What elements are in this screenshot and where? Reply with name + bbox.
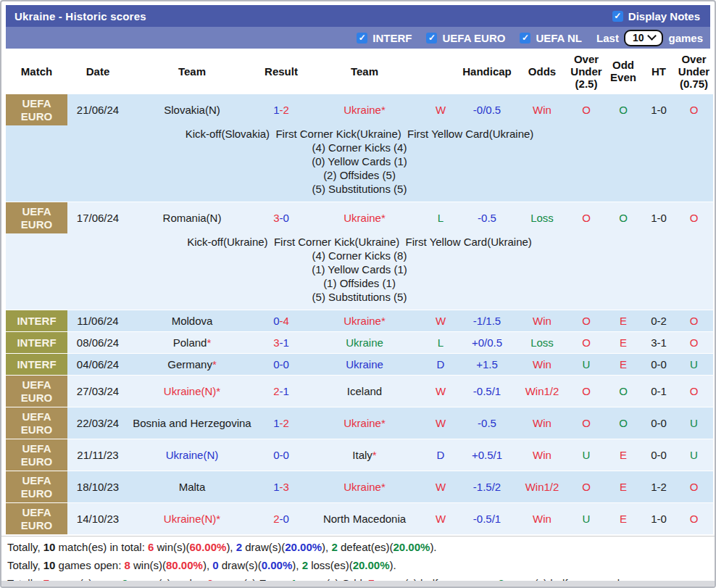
filter-uefa-euro-label: UEFA EURO <box>442 32 505 44</box>
match-date: 22/03/24 <box>67 407 128 439</box>
match-row[interactable]: INTERF11/06/24Moldova0-4Ukraine*W-1/1.5W… <box>6 310 713 332</box>
away-team: Ukraine* <box>307 94 422 126</box>
checkbox-checked-icon[interactable]: ✓ <box>520 33 530 44</box>
odds-result: Win1/2 <box>515 376 569 407</box>
home-goals: 1 <box>273 481 279 493</box>
odd-even-result: E <box>604 503 643 535</box>
match-date: 21/11/23 <box>67 439 128 471</box>
away-team-name: Ukraine* <box>344 481 386 493</box>
totals-line-2: Totally, 10 games open: 8 win(s)(80.00%)… <box>7 556 715 574</box>
handicap-value: +1.5 <box>459 354 515 376</box>
full-time-score: 3-0 <box>256 202 307 234</box>
full-time-score: 0-0 <box>256 354 307 376</box>
away-team-name: North Macedonia <box>323 513 406 525</box>
filter-interf-checkbox[interactable]: ✓ INTERF <box>357 32 412 44</box>
notes-firsts-line: Kick-off(Slovakia) First Corner Kick(Ukr… <box>6 127 713 141</box>
match-row[interactable]: UEFA EURO18/10/23Malta1-3Ukraine*W-1.5/2… <box>6 471 713 503</box>
odds-result: Win <box>515 354 569 376</box>
totals-segment: 10 <box>43 559 56 571</box>
totals-segment: ). <box>430 541 436 553</box>
totals-segment: 2 <box>331 541 337 553</box>
match-row[interactable]: UEFA EURO22/03/24Bosnia and Herzegovina1… <box>6 407 713 439</box>
over-under-25-result: O <box>569 202 604 234</box>
match-row[interactable]: UEFA EURO14/10/23Ukraine(N)*2-0North Mac… <box>6 503 713 535</box>
games-count-select[interactable]: 10 <box>624 30 664 46</box>
home-team-star: * <box>207 336 211 349</box>
notes-firsts-line: Kick-off(Ukraine) First Corner Kick(Ukra… <box>6 235 713 249</box>
full-time-score: 2-0 <box>256 503 307 535</box>
odds-result: Win <box>515 310 569 332</box>
match-date: 27/03/24 <box>67 376 128 407</box>
notes-stat-line: (4) Corner Kicks (4) <box>6 141 713 154</box>
over-under-075-result: O <box>675 202 713 234</box>
odds-result: Loss <box>515 332 569 354</box>
totals-segment: 20.00% <box>394 541 430 553</box>
over-under-075-result: O <box>675 376 713 407</box>
odd-even-result: E <box>604 332 643 354</box>
home-goals: 0 <box>273 315 279 327</box>
away-team-name: Ukraine* <box>344 417 386 429</box>
match-row[interactable]: UEFA EURO21/11/23Ukraine(N)0-0Italy*D+0.… <box>6 439 713 471</box>
match-date: 18/10/23 <box>67 471 128 503</box>
odd-even-result: E <box>604 471 643 503</box>
home-team-name: Moldova <box>172 315 213 327</box>
notes-stat-line: (0) Yellow Cards (1) <box>6 154 713 168</box>
odd-even-result: E <box>604 439 643 471</box>
over-under-25-result: O <box>569 376 604 407</box>
col-header-over-under-25: Over Under (2.5) <box>569 49 604 94</box>
match-row[interactable]: UEFA EURO27/03/24Ukraine(N)*2-1IcelandW-… <box>6 376 713 407</box>
win-loss-draw: D <box>422 439 459 471</box>
odd-even-result: O <box>604 202 643 234</box>
totals-segment: ), <box>226 541 236 553</box>
home-team-name: Romania(N) <box>163 212 222 224</box>
competition-badge: INTERF <box>6 354 67 376</box>
away-goals: 2 <box>283 417 289 429</box>
totals-segment: match(es) in total: <box>55 541 148 553</box>
col-header-ht: HT <box>643 49 675 94</box>
home-goals: 0 <box>273 449 279 461</box>
col-header-match: Match <box>6 49 67 94</box>
match-notes: Kick-off(Ukraine) First Corner Kick(Ukra… <box>6 233 713 310</box>
away-team-name: Ukraine* <box>344 212 386 224</box>
match-date: 21/06/24 <box>67 94 128 126</box>
col-header-date: Date <box>67 49 128 94</box>
win-loss-draw: W <box>422 310 459 332</box>
match-row[interactable]: UEFA EURO17/06/24Romania(N)3-0Ukraine*L-… <box>6 202 713 234</box>
historic-scores-table: Match Date Team Result Team Handicap Odd… <box>6 49 713 534</box>
competition-badge: UEFA EURO <box>6 94 67 126</box>
handicap-value: -0.5 <box>459 407 515 439</box>
filter-interf-label: INTERF <box>372 32 412 44</box>
notes-stat-line: (2) Offsides (5) <box>6 168 713 182</box>
away-team: Iceland <box>307 376 422 407</box>
checkbox-checked-icon[interactable]: ✓ <box>426 33 437 44</box>
match-row[interactable]: INTERF04/06/24Germany*0-0UkraineD+1.5Win… <box>6 354 713 376</box>
totals-segment: 80.00% <box>166 559 203 571</box>
competition-badge: INTERF <box>6 310 67 332</box>
away-team: Ukraine <box>307 354 422 376</box>
filter-uefa-nl-checkbox[interactable]: ✓ UEFA NL <box>520 32 582 44</box>
notes-stat-line: (4) Corner Kicks (8) <box>6 249 713 262</box>
home-team-name: Ukraine(N)* <box>164 385 220 397</box>
over-under-25-result: O <box>569 471 604 503</box>
display-notes-checkbox[interactable]: ✓ Display Notes <box>612 10 700 22</box>
half-time-score: 0-0 <box>643 439 675 471</box>
page-title: Ukraine - Historic scores <box>14 10 146 22</box>
checkbox-checked-icon[interactable]: ✓ <box>357 33 367 44</box>
away-team: Ukraine* <box>307 202 422 234</box>
win-loss-draw: W <box>422 471 459 503</box>
match-row[interactable]: INTERF08/06/24Poland*3-1UkraineL+0/0.5Lo… <box>6 332 713 354</box>
away-goals: 0 <box>283 212 289 224</box>
handicap-value: -0.5/1 <box>459 503 515 535</box>
full-time-score: 2-1 <box>256 376 307 407</box>
filter-uefa-euro-checkbox[interactable]: ✓ UEFA EURO <box>426 32 505 44</box>
away-goals: 1 <box>283 336 289 349</box>
home-team: Moldova <box>128 310 256 332</box>
match-row[interactable]: UEFA EURO21/06/24Slovakia(N)1-2Ukraine*W… <box>6 94 713 126</box>
match-date: 08/06/24 <box>67 332 128 354</box>
checkbox-checked-icon[interactable]: ✓ <box>612 11 623 22</box>
totals-segment: win(s)( <box>154 541 189 553</box>
away-team-star: * <box>372 449 377 461</box>
away-team: Ukraine* <box>307 471 422 503</box>
totals-segment: win(s)( <box>130 559 166 571</box>
col-header-away-team: Team <box>307 49 422 94</box>
